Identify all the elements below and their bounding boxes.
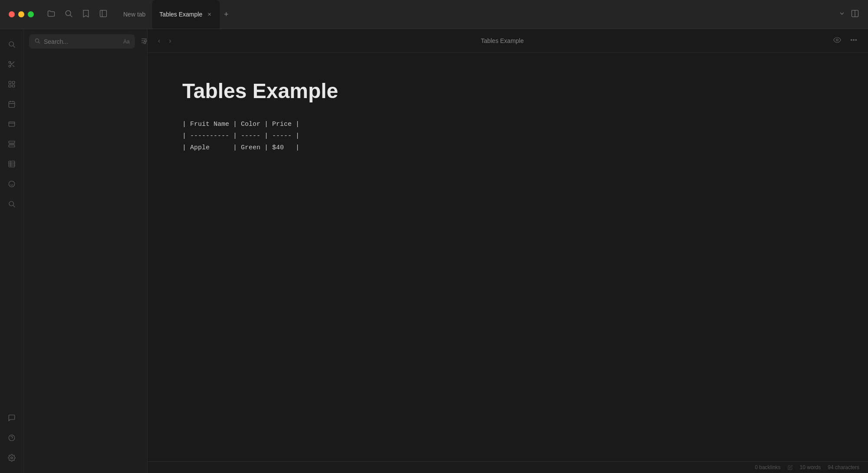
- more-button[interactable]: [848, 34, 859, 47]
- nav-back-button[interactable]: ‹: [156, 35, 162, 46]
- svg-point-33: [9, 201, 14, 206]
- sidebar-item-list[interactable]: [3, 136, 20, 152]
- tab-tables-example[interactable]: Tables Example ✕: [152, 0, 220, 29]
- sidebar-item-search2[interactable]: [3, 196, 20, 212]
- svg-point-37: [11, 457, 13, 459]
- svg-line-39: [39, 42, 40, 43]
- tab-new-tab[interactable]: New tab: [116, 0, 152, 29]
- search-icon-inner: [34, 38, 40, 45]
- backlinks-label: 0 backlinks: [755, 464, 780, 470]
- sidebar-item-grid[interactable]: [3, 76, 20, 92]
- svg-point-0: [66, 10, 71, 16]
- svg-line-34: [13, 205, 15, 207]
- sidebar-item-search[interactable]: [3, 36, 20, 53]
- sidebar: [0, 29, 24, 473]
- titlebar: New tab Tables Example ✕ +: [0, 0, 868, 29]
- svg-point-8: [9, 61, 11, 63]
- maximize-button[interactable]: [28, 11, 34, 17]
- svg-point-47: [853, 39, 854, 40]
- svg-rect-16: [13, 85, 15, 87]
- sidebar-item-calendar[interactable]: [3, 96, 20, 112]
- filter-button[interactable]: [140, 37, 148, 46]
- svg-point-9: [9, 65, 11, 67]
- chars-label: 94 characters: [828, 464, 859, 470]
- table-content: | Fruit Name | Color | Price | | -------…: [182, 118, 833, 154]
- words-label: 10 words: [800, 464, 821, 470]
- sidebar-item-ai[interactable]: [3, 176, 20, 192]
- search-icon[interactable]: [64, 9, 73, 20]
- svg-point-43: [145, 39, 147, 42]
- sidebar-item-chat[interactable]: [3, 410, 20, 426]
- sidebar-item-settings[interactable]: [3, 450, 20, 466]
- svg-rect-15: [9, 85, 11, 87]
- svg-point-48: [855, 39, 856, 40]
- svg-rect-2: [100, 10, 107, 16]
- window-controls: [0, 11, 43, 17]
- svg-rect-17: [9, 102, 15, 108]
- add-tab-button[interactable]: +: [220, 8, 233, 21]
- backlinks-status: 0 backlinks: [755, 464, 780, 470]
- content-area: ‹ › Tables Example: [148, 29, 868, 473]
- svg-point-6: [9, 42, 14, 46]
- content-title: Tables Example: [178, 37, 826, 44]
- svg-line-12: [10, 63, 12, 64]
- nav-forward-button[interactable]: ›: [167, 35, 173, 46]
- status-bar: 0 backlinks 10 words 94 characters: [148, 461, 868, 473]
- svg-point-30: [9, 181, 15, 187]
- tabs-container: New tab Tables Example ✕ +: [112, 0, 838, 29]
- svg-point-35: [9, 435, 15, 441]
- panel-top-controls: Aa: [24, 29, 147, 54]
- bookmark-icon[interactable]: [82, 9, 90, 20]
- sidebar-item-window[interactable]: [3, 116, 20, 132]
- svg-point-44: [144, 42, 146, 44]
- main-layout: Aa ‹ › Tables Example: [0, 29, 868, 473]
- titlebar-right: [838, 9, 868, 20]
- search-kbd: Aa: [123, 39, 130, 45]
- content-header: ‹ › Tables Example: [148, 29, 868, 53]
- header-actions: [832, 34, 859, 47]
- svg-rect-23: [9, 141, 15, 143]
- sidebar-item-help[interactable]: [3, 430, 20, 446]
- document-body[interactable]: Tables Example | Fruit Name | Color | Pr…: [148, 53, 868, 461]
- svg-rect-21: [9, 122, 15, 127]
- left-panel: Aa: [24, 29, 148, 473]
- folder-icon[interactable]: [47, 9, 56, 20]
- doc-title: Tables Example: [182, 79, 833, 103]
- chevron-down-icon[interactable]: [838, 10, 845, 19]
- sidebar-item-scissors[interactable]: [3, 56, 20, 72]
- words-status: 10 words: [800, 464, 821, 470]
- search-bar[interactable]: Aa: [29, 34, 135, 49]
- svg-line-11: [13, 65, 14, 67]
- sidebar-toggle-icon[interactable]: [99, 9, 108, 20]
- svg-point-38: [35, 39, 39, 42]
- split-view-icon[interactable]: [851, 9, 859, 20]
- titlebar-icons: [43, 9, 112, 20]
- svg-rect-24: [9, 145, 15, 147]
- svg-rect-13: [9, 81, 11, 83]
- search-input[interactable]: [44, 38, 120, 45]
- sidebar-item-table[interactable]: [3, 156, 20, 172]
- svg-line-7: [13, 46, 15, 47]
- tab-close-button[interactable]: ✕: [206, 11, 213, 18]
- svg-line-1: [70, 15, 72, 17]
- edit-icon: [788, 465, 793, 470]
- close-button[interactable]: [9, 11, 15, 17]
- view-button[interactable]: [832, 34, 843, 47]
- chars-status: 94 characters: [828, 464, 859, 470]
- minimize-button[interactable]: [18, 11, 24, 17]
- svg-rect-26: [9, 161, 15, 167]
- svg-point-46: [851, 39, 852, 40]
- svg-rect-14: [13, 81, 15, 83]
- svg-point-45: [836, 39, 838, 41]
